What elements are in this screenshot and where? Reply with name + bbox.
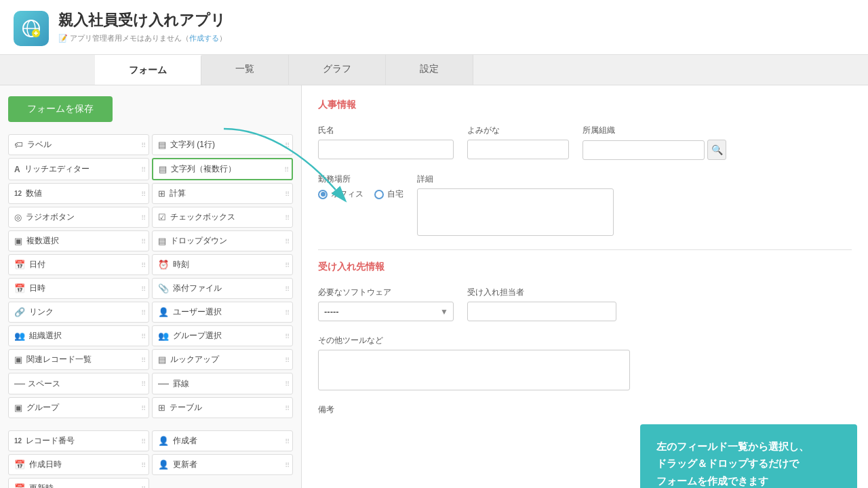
field-item-attachment[interactable]: 📎 添付ファイル ⠿ (152, 278, 293, 299)
drag-handle: ⠿ (285, 437, 290, 445)
drag-handle: ⠿ (285, 237, 290, 245)
ruled-line-icon: — (158, 378, 169, 390)
table-icon: ⊞ (158, 403, 165, 413)
drag-handle: ⠿ (141, 380, 146, 388)
form-row-other: その他ツールなど (318, 335, 852, 390)
field-item-created-at[interactable]: 📅 作成日時 ⠿ (8, 454, 149, 475)
user-select-icon: 👤 (158, 307, 169, 317)
field-item-user-select[interactable]: 👤 ユーザー選択 ⠿ (152, 302, 293, 323)
field-item-multi-select[interactable]: ▣ 複数選択 ⠿ (8, 230, 149, 251)
field-workplace-label: 勤務場所 (318, 174, 403, 185)
field-item-ruled-line[interactable]: — 罫線 ⠿ (152, 373, 293, 394)
link-icon: 🔗 (14, 307, 25, 317)
space-icon: — (14, 378, 24, 390)
tab-form[interactable]: フォーム (95, 55, 201, 85)
field-item-group[interactable]: ▣ グループ ⠿ (8, 397, 149, 418)
field-datetime-label: 日時 (29, 283, 45, 294)
assignee-input[interactable] (467, 302, 616, 321)
radio-office[interactable]: オフィス (318, 188, 363, 200)
field-detail-label: 詳細 (417, 174, 614, 185)
field-item-space[interactable]: — スペース ⠿ (8, 373, 149, 394)
field-item-org-select[interactable]: 👥 組織選択 ⠿ (8, 325, 149, 346)
org-search-button[interactable]: 🔍 (707, 140, 726, 160)
tab-list[interactable]: 一覧 (201, 55, 289, 85)
section1-title: 人事情報 (318, 99, 852, 114)
field-item-modifier[interactable]: 👤 更新者 ⠿ (152, 454, 293, 475)
tooltip-line3: フォームを作成できます (656, 472, 841, 489)
drag-handle: ⠿ (141, 237, 146, 245)
field-item-radio[interactable]: ◎ ラジオボタン ⠿ (8, 207, 149, 228)
field-item-time[interactable]: ⏰ 時刻 ⠿ (152, 254, 293, 275)
field-radio-label: ラジオボタン (26, 211, 75, 223)
field-item-date[interactable]: 📅 日付 ⠿ (8, 254, 149, 275)
text-single-icon: ▤ (158, 140, 166, 150)
software-select[interactable]: ----- (318, 302, 454, 321)
name-input[interactable] (318, 140, 454, 159)
create-memo-link[interactable]: 作成する (189, 34, 219, 42)
field-item-text-multi[interactable]: ▤ 文字列（複数行） ⠿ (152, 158, 293, 180)
field-item-modified-at[interactable]: 📅 更新時 ⠿ (8, 478, 149, 488)
org-input[interactable] (583, 140, 705, 160)
tooltip-line2: ドラッグ＆ドロップするだけで (656, 455, 841, 472)
detail-textarea[interactable] (417, 188, 614, 236)
field-creator-label: 作成者 (173, 435, 197, 447)
field-item-group-select[interactable]: 👥 グループ選択 ⠿ (152, 325, 293, 346)
field-org-label: 所属組織 (583, 125, 726, 136)
radio-home[interactable]: 自宅 (374, 188, 403, 200)
field-number-label: 数値 (26, 188, 42, 199)
drag-handle: ⠿ (285, 214, 290, 221)
field-created-at-label: 作成日時 (29, 459, 62, 470)
drag-handle: ⠿ (141, 332, 146, 340)
dropdown-icon: ▤ (158, 236, 166, 246)
field-item-calc[interactable]: ⊞ 計算 ⠿ (152, 183, 293, 204)
field-notes: 備考 (318, 404, 334, 415)
field-grid: 🏷 ラベル ⠿ ▤ 文字列 (1行) ⠿ A リッチエディター ⠿ (8, 134, 293, 488)
field-item-checkbox[interactable]: ☑ チェックボックス ⠿ (152, 207, 293, 228)
app-title: 親入社員受け入れアプリ (58, 11, 226, 30)
yomi-input[interactable] (467, 140, 569, 159)
field-item-number[interactable]: 12 数値 ⠿ (8, 183, 149, 204)
record-number-icon: 12 (14, 437, 22, 445)
creator-icon: 👤 (158, 436, 169, 446)
drag-handle: ⠿ (141, 214, 146, 221)
field-item-dropdown[interactable]: ▤ ドロップダウン ⠿ (152, 230, 293, 251)
field-space-label: スペース (28, 378, 60, 390)
field-item-creator[interactable]: 👤 作成者 ⠿ (152, 430, 293, 451)
tooltip-line1: 左のフィールド一覧から選択し、 (656, 438, 841, 455)
field-item-table[interactable]: ⊞ テーブル ⠿ (152, 397, 293, 418)
field-assignee-label: 受け入れ担当者 (467, 287, 616, 298)
field-item-rich-editor[interactable]: A リッチエディター ⠿ (8, 158, 149, 180)
field-item-related-records[interactable]: ▣ 関連レコード一覧 ⠿ (8, 349, 149, 370)
field-date-label: 日付 (29, 259, 45, 270)
form-row-name-yomi-org: 氏名 よみがな 所属組織 🔍 (318, 125, 852, 160)
field-item-datetime[interactable]: 📅 日時 ⠿ (8, 278, 149, 299)
field-item-text-single[interactable]: ▤ 文字列 (1行) ⠿ (152, 134, 293, 155)
app-icon (14, 11, 49, 46)
field-modified-at-label: 更新時 (29, 483, 54, 488)
field-assignee: 受け入れ担当者 (467, 287, 616, 321)
field-item-record-number[interactable]: 12 レコード番号 ⠿ (8, 430, 149, 451)
tab-graph[interactable]: グラフ (289, 55, 386, 85)
field-label-text: ラベル (27, 139, 52, 150)
drag-handle: ⠿ (141, 404, 146, 411)
drag-handle: ⠿ (285, 308, 290, 316)
attachment-icon: 📎 (158, 283, 169, 293)
field-item-link[interactable]: 🔗 リンク ⠿ (8, 302, 149, 323)
calc-icon: ⊞ (158, 188, 165, 199)
form-row-notes: 備考 (318, 404, 852, 415)
field-table-label: テーブル (170, 402, 202, 413)
related-records-icon: ▣ (14, 354, 22, 365)
text-multi-icon: ▤ (159, 164, 167, 174)
tab-settings[interactable]: 設定 (386, 55, 473, 85)
other-textarea[interactable] (318, 350, 630, 390)
save-form-button[interactable]: フォームを保存 (8, 96, 113, 122)
radio-office-label: オフィス (331, 188, 363, 200)
drag-handle: ⠿ (285, 461, 290, 468)
tooltip-popup: 左のフィールド一覧から選択し、 ドラッグ＆ドロップするだけで フォームを作成でき… (640, 424, 857, 489)
field-yomi-label: よみがな (467, 125, 569, 136)
section-divider (318, 249, 852, 250)
left-panel: フォームを保存 🏷 ラベル ⠿ ▤ 文字列 (1行) ⠿ A リッチエディター (0, 85, 302, 488)
field-item-lookup[interactable]: ▤ ルックアップ ⠿ (152, 349, 293, 370)
rich-editor-icon: A (14, 165, 20, 174)
field-item-label[interactable]: 🏷 ラベル ⠿ (8, 134, 149, 155)
